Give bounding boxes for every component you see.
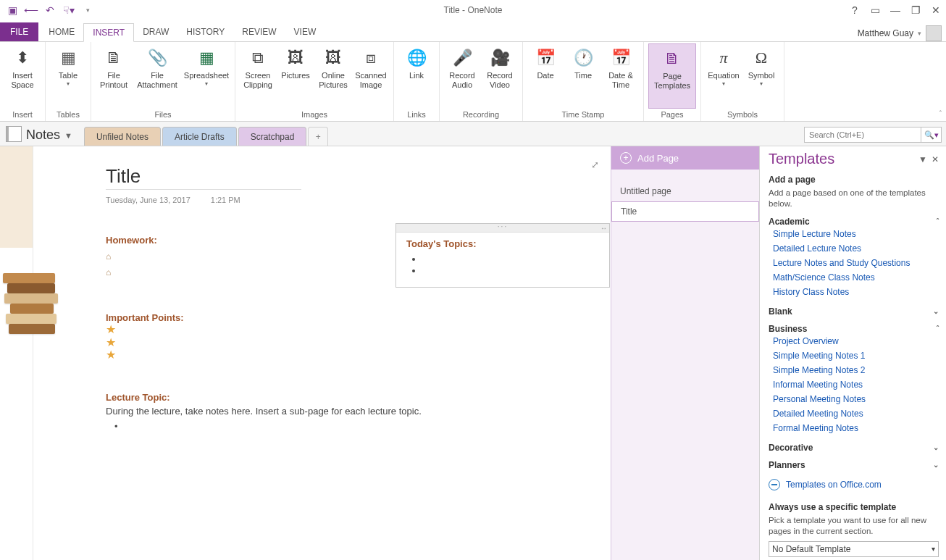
record-audio-button[interactable]: 🎤RecordAudio — [444, 43, 480, 109]
table-button[interactable]: ▦Table▾ — [50, 43, 86, 109]
onenote-icon: ▣ — [6, 4, 19, 17]
topic-bullet[interactable] — [422, 265, 599, 277]
page-item-untitled[interactable]: Untitled page — [611, 181, 759, 201]
user-menu-chevron-icon[interactable]: ▾ — [918, 30, 921, 37]
category-planners[interactable]: Planners⌄ — [769, 460, 939, 470]
search-button[interactable]: 🔍▾ — [921, 127, 942, 143]
minimize-icon[interactable]: — — [888, 3, 903, 17]
search-input[interactable] — [804, 127, 921, 143]
record-video-button[interactable]: 🎥RecordVideo — [482, 43, 518, 109]
template-link[interactable]: Project Overview — [769, 334, 939, 348]
tab-review[interactable]: REVIEW — [233, 22, 285, 41]
note-canvas[interactable]: ⤢ Title Tuesday, June 13, 20171:21 PM Ho… — [0, 146, 611, 560]
page-timestamp: Tuesday, June 13, 20171:21 PM — [106, 196, 596, 204]
notebook-chevron-icon[interactable]: ▼ — [64, 131, 72, 140]
tab-draw[interactable]: DRAW — [134, 22, 177, 41]
template-link[interactable]: Simple Meeting Notes 1 — [769, 348, 939, 363]
date-time-button[interactable]: 📅Date &Time — [603, 43, 639, 109]
pictures-button[interactable]: 🖼Pictures — [277, 43, 314, 109]
category-business[interactable]: Businessˆ — [769, 324, 939, 334]
template-link[interactable]: Math/Science Class Notes — [769, 270, 939, 285]
section-tab-scratchpad[interactable]: Scratchpad — [238, 127, 307, 146]
omega-icon: Ω — [750, 46, 773, 70]
lecture-bullet[interactable]: • — [114, 421, 596, 432]
templates-online-link[interactable]: Templates on Office.com — [786, 477, 882, 492]
section-tab-unfiled[interactable]: Unfiled Notes — [84, 127, 161, 146]
lecture-topic-heading[interactable]: Lecture Topic: — [106, 392, 596, 403]
category-academic[interactable]: Academicˆ — [769, 217, 939, 227]
add-section-button[interactable]: + — [308, 127, 328, 146]
house-icon[interactable]: ⌂ — [106, 251, 116, 262]
star-icon[interactable]: ★ — [106, 323, 596, 336]
app-title: Title - OneNote — [444, 5, 503, 15]
screen-clipping-button[interactable]: ⧉ScreenClipping — [240, 43, 276, 109]
tab-home[interactable]: HOME — [40, 22, 83, 41]
title-bar: ▣ ⟵ ↶ ☟▾ ▾ Title - OneNote ? ▭ — ❐ ✕ — [0, 0, 946, 20]
file-printout-button[interactable]: 🗎FilePrintout — [96, 43, 132, 109]
category-decorative[interactable]: Decorative⌄ — [769, 443, 939, 453]
todays-topics-heading[interactable]: Today's Topics: — [406, 238, 599, 249]
notebook-icon[interactable] — [6, 126, 22, 142]
notebook-name[interactable]: Notes — [26, 128, 60, 143]
page-title[interactable]: Title — [106, 165, 301, 190]
add-page-heading: Add a page — [769, 175, 939, 185]
tab-insert[interactable]: INSERT — [83, 23, 134, 42]
calendar-icon: 📅 — [534, 46, 557, 70]
container-drag-handle[interactable]: ↔ — [396, 224, 609, 233]
add-page-button[interactable]: + Add Page — [611, 146, 759, 170]
online-pictures-icon: 🖼 — [322, 46, 345, 70]
close-icon[interactable]: ✕ — [929, 3, 943, 17]
lecture-instructions[interactable]: During the lecture, take notes here. Ins… — [106, 406, 596, 417]
template-link[interactable]: Simple Meeting Notes 2 — [769, 363, 939, 377]
back-icon[interactable]: ⟵ — [25, 4, 38, 17]
equation-button[interactable]: πEquation▾ — [706, 43, 742, 109]
spreadsheet-button[interactable]: ▦Spreadsheet▾ — [183, 43, 230, 109]
date-button[interactable]: 📅Date — [527, 43, 564, 109]
link-button[interactable]: 🌐Link — [398, 43, 435, 109]
container-resize-icon[interactable]: ↔ — [600, 225, 607, 232]
template-link[interactable]: Detailed Meeting Notes — [769, 406, 939, 421]
topics-container[interactable]: ↔ Today's Topics: — [395, 223, 610, 288]
star-icon[interactable]: ★ — [106, 336, 596, 349]
avatar[interactable] — [926, 25, 942, 41]
time-button[interactable]: 🕐Time — [565, 43, 601, 109]
file-attachment-button[interactable]: 📎FileAttachment — [133, 43, 181, 109]
ribbon-display-icon[interactable]: ▭ — [868, 3, 882, 17]
template-link[interactable]: Detailed Lecture Notes — [769, 241, 939, 256]
collapse-ribbon-icon[interactable]: ˆ — [939, 110, 942, 118]
template-link[interactable]: Lecture Notes and Study Questions — [769, 256, 939, 270]
file-tab[interactable]: FILE — [0, 22, 38, 41]
user-name[interactable]: Matthew Guay — [858, 28, 913, 38]
qat-customize-icon[interactable]: ▾ — [81, 4, 94, 17]
task-pane-options-icon[interactable]: ▼ — [918, 154, 927, 164]
template-link[interactable]: Formal Meeting Notes — [769, 421, 939, 435]
page-templates-button[interactable]: 🗎PageTemplates — [648, 43, 696, 109]
online-pictures-button[interactable]: 🖼OnlinePictures — [315, 43, 351, 109]
template-link[interactable]: History Class Notes — [769, 285, 939, 299]
tab-history[interactable]: HISTORY — [177, 22, 233, 41]
topic-bullet[interactable] — [422, 254, 599, 265]
important-points-heading[interactable]: Important Points: — [106, 312, 596, 323]
insert-space-button[interactable]: ⬍InsertSpace — [4, 43, 41, 109]
touch-mode-icon[interactable]: ☟▾ — [62, 4, 75, 17]
undo-icon[interactable]: ↶ — [43, 4, 56, 17]
page-list-pane: + Add Page Untitled page Title — [611, 146, 759, 560]
maximize-icon[interactable]: ❐ — [908, 3, 923, 17]
template-link[interactable]: Informal Meeting Notes — [769, 377, 939, 392]
help-icon[interactable]: ? — [847, 3, 862, 17]
chevron-down-icon: ▾ — [932, 545, 935, 553]
star-icon[interactable]: ★ — [106, 348, 596, 362]
template-link[interactable]: Simple Lecture Notes — [769, 227, 939, 241]
scanned-image-button[interactable]: ⧈ScannedImage — [353, 43, 389, 109]
close-pane-icon[interactable]: ✕ — [932, 154, 939, 164]
default-template-select[interactable]: No Default Template▾ — [769, 541, 939, 557]
symbol-button[interactable]: ΩSymbol▾ — [743, 43, 779, 109]
tab-view[interactable]: VIEW — [285, 22, 325, 41]
templates-header: Templates — [769, 151, 918, 167]
notebook-bar: Notes ▼ Unfiled Notes Article Drafts Scr… — [0, 122, 946, 146]
category-blank[interactable]: Blank⌄ — [769, 306, 939, 317]
section-tab-drafts[interactable]: Article Drafts — [162, 127, 237, 146]
house-icon[interactable]: ⌂ — [106, 267, 116, 277]
template-link[interactable]: Personal Meeting Notes — [769, 392, 939, 406]
page-item-title[interactable]: Title — [611, 201, 759, 222]
